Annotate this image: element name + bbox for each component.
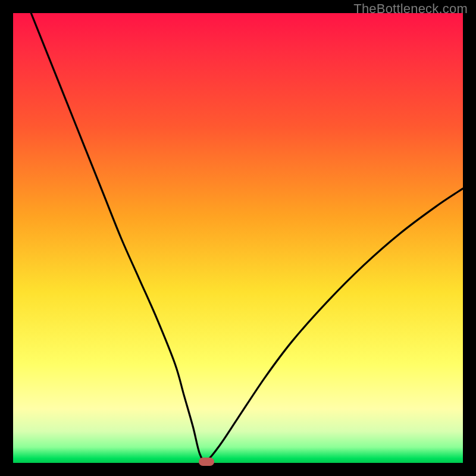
watermark-text: TheBottleneck.com [353,1,468,17]
bottleneck-curve [13,13,463,463]
curve-minimum-marker [199,458,214,466]
